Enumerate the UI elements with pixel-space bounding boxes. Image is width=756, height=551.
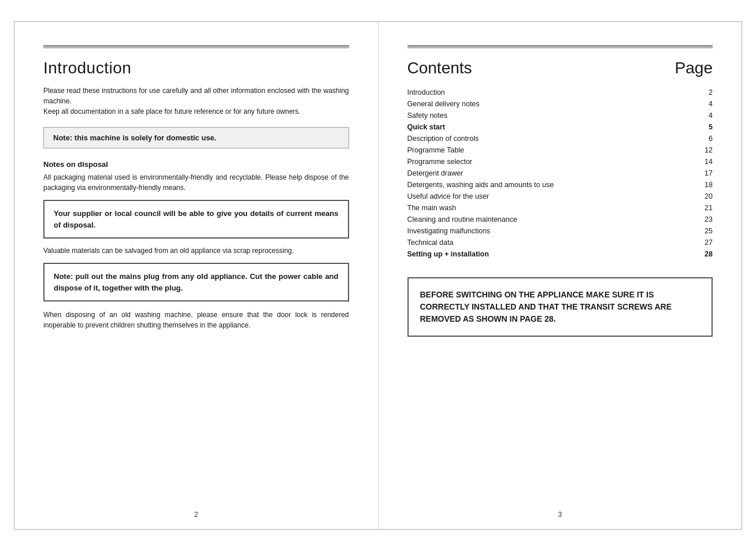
contents-item-page: 27 xyxy=(690,237,713,248)
pull-out-box: Note: pull out the mains plug from any o… xyxy=(43,263,349,301)
left-page-title: Introduction xyxy=(43,59,349,77)
intro-text: Please read these instructions for use c… xyxy=(43,85,349,117)
contents-item-label: Technical data xyxy=(407,237,690,248)
contents-item-label: Quick start xyxy=(407,121,690,133)
contents-item-label: Investigating malfunctions xyxy=(407,225,690,237)
page-label: Page xyxy=(675,59,713,77)
contents-item-page: 4 xyxy=(690,110,713,121)
contents-item-page: 18 xyxy=(690,179,713,191)
contents-header: Contents Page xyxy=(407,59,713,77)
supplier-box: Your supplier or local council will be a… xyxy=(43,200,349,239)
contents-row: Cleaning and routine maintenance23 xyxy=(407,214,713,225)
contents-row: Useful advice for the user20 xyxy=(407,191,713,202)
contents-row: Safety notes4 xyxy=(407,110,713,121)
pull-out-text: Note: pull out the mains plug from any o… xyxy=(54,272,339,292)
warning-box: BEFORE SWITCHING ON THE APPLIANCE MAKE S… xyxy=(407,277,713,337)
contents-item-label: Detergent drawer xyxy=(407,167,690,179)
contents-row: Programme Table12 xyxy=(407,144,713,156)
left-page: Introduction Please read these instructi… xyxy=(14,21,378,530)
contents-item-page: 5 xyxy=(690,121,713,133)
domestic-note-text: Note: this machine is solely for domesti… xyxy=(53,133,216,142)
contents-item-page: 12 xyxy=(690,144,713,156)
contents-item-page: 14 xyxy=(690,156,713,167)
contents-row: Technical data27 xyxy=(407,237,713,248)
contents-row: General delivery notes4 xyxy=(407,98,713,110)
disposal-heading: Notes on disposal xyxy=(43,160,349,169)
contents-item-label: Setting up + installation xyxy=(407,248,690,260)
disposing-text: When disposing of an old washing machine… xyxy=(43,310,349,330)
contents-item-page: 4 xyxy=(690,98,713,110)
contents-item-label: The main wash xyxy=(407,202,690,214)
left-page-number: 2 xyxy=(194,511,198,519)
right-page-number: 3 xyxy=(558,511,562,519)
right-page-top-bar xyxy=(407,45,713,49)
contents-row: Introduction2 xyxy=(407,87,713,98)
contents-row: Detergent drawer17 xyxy=(407,167,713,179)
domestic-note-box: Note: this machine is solely for domesti… xyxy=(43,127,349,148)
contents-title: Contents xyxy=(407,59,472,77)
contents-row: The main wash21 xyxy=(407,202,713,214)
valuable-text: Valuable materials can be salvaged from … xyxy=(43,245,349,256)
contents-item-page: 21 xyxy=(690,202,713,214)
warning-text: BEFORE SWITCHING ON THE APPLIANCE MAKE S… xyxy=(420,290,672,323)
contents-row: Detergents, washing aids and amounts to … xyxy=(407,179,713,191)
contents-item-label: Introduction xyxy=(407,87,690,98)
contents-item-page: 23 xyxy=(690,214,713,225)
contents-item-label: Cleaning and routine maintenance xyxy=(407,214,690,225)
right-page: Contents Page Introduction2General deliv… xyxy=(378,21,743,530)
contents-item-label: Description of controls xyxy=(407,133,690,144)
disposal-text: All packaging material used is environme… xyxy=(43,172,349,193)
contents-item-label: Safety notes xyxy=(407,110,690,121)
contents-item-page: 25 xyxy=(690,225,713,237)
contents-row: Quick start5 xyxy=(407,121,713,133)
contents-row: Description of controls6 xyxy=(407,133,713,144)
contents-item-page: 28 xyxy=(690,248,713,260)
contents-item-label: Useful advice for the user xyxy=(407,191,690,202)
contents-item-label: Programme selector xyxy=(407,156,690,167)
supplier-text: Your supplier or local council will be a… xyxy=(54,209,339,229)
contents-row: Setting up + installation28 xyxy=(407,248,713,260)
contents-item-page: 17 xyxy=(690,167,713,179)
contents-item-label: Detergents, washing aids and amounts to … xyxy=(407,179,690,191)
contents-item-label: General delivery notes xyxy=(407,98,690,110)
contents-item-page: 2 xyxy=(690,87,713,98)
contents-item-page: 20 xyxy=(690,191,713,202)
contents-row: Programme selector14 xyxy=(407,156,713,167)
contents-item-label: Programme Table xyxy=(407,144,690,156)
contents-item-page: 6 xyxy=(690,133,713,144)
left-page-top-bar xyxy=(43,45,349,49)
contents-table: Introduction2General delivery notes4Safe… xyxy=(407,87,713,260)
contents-row: Investigating malfunctions25 xyxy=(407,225,713,237)
